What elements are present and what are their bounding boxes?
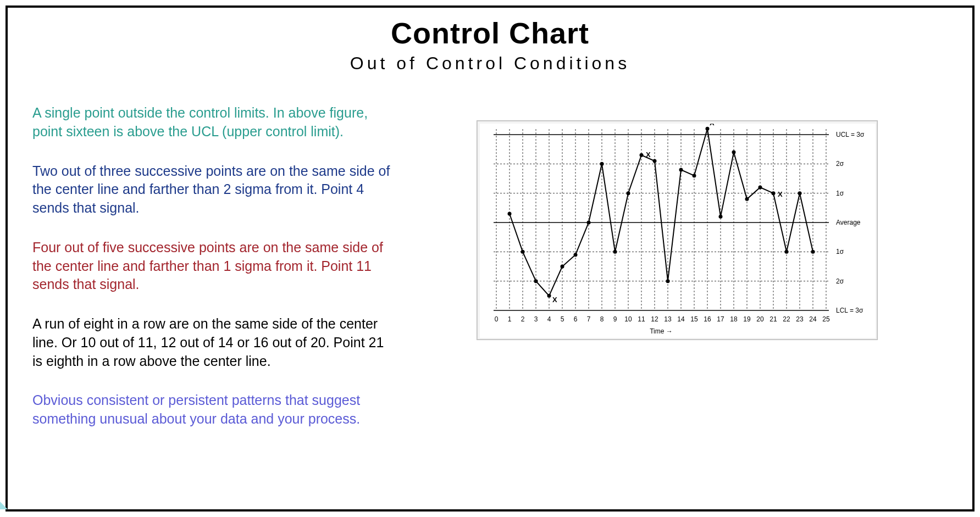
svg-point-91 — [798, 191, 801, 195]
svg-point-92 — [811, 250, 815, 254]
svg-point-87 — [745, 197, 749, 201]
svg-point-82 — [679, 168, 683, 172]
svg-text:18: 18 — [730, 315, 738, 323]
page-subtitle: Out of Control Conditions — [32, 53, 948, 74]
svg-point-78 — [626, 191, 630, 195]
svg-text:0: 0 — [494, 315, 498, 323]
svg-text:17: 17 — [717, 315, 724, 323]
svg-point-89 — [771, 191, 775, 195]
page-title: Control Chart — [32, 16, 948, 50]
svg-point-69 — [507, 212, 511, 216]
svg-point-75 — [586, 221, 590, 225]
svg-text:X: X — [778, 190, 783, 198]
svg-text:16: 16 — [704, 315, 711, 323]
svg-text:14: 14 — [677, 315, 685, 323]
svg-point-88 — [758, 186, 762, 190]
chart-frame: UCL = 3σ2σ1σAverage1σ2σLCL = 3σ012345678… — [477, 120, 878, 340]
svg-text:X: X — [710, 124, 715, 127]
slide-frame: Control Chart Out of Control Conditions … — [5, 5, 975, 512]
svg-point-80 — [652, 159, 656, 163]
svg-text:21: 21 — [769, 315, 777, 323]
svg-text:4: 4 — [547, 315, 551, 323]
svg-text:3: 3 — [534, 315, 538, 323]
rules-column: A single point outside the control limit… — [32, 104, 395, 429]
svg-text:1σ: 1σ — [836, 248, 844, 255]
svg-text:1: 1 — [507, 315, 511, 323]
control-chart-svg: UCL = 3σ2σ1σAverage1σ2σLCL = 3σ012345678… — [480, 124, 876, 338]
svg-point-83 — [692, 174, 696, 177]
svg-point-85 — [718, 215, 722, 219]
svg-text:LCL = 3σ: LCL = 3σ — [836, 307, 863, 314]
svg-point-90 — [784, 250, 788, 254]
svg-point-84 — [705, 127, 709, 131]
svg-point-72 — [547, 294, 551, 298]
control-chart: UCL = 3σ2σ1σAverage1σ2σLCL = 3σ012345678… — [480, 124, 874, 337]
svg-text:6: 6 — [573, 315, 577, 323]
decorative-corner — [0, 463, 8, 509]
svg-text:12: 12 — [651, 315, 658, 323]
svg-text:24: 24 — [809, 315, 817, 323]
svg-rect-0 — [480, 124, 876, 338]
rule-text: A single point outside the control limit… — [32, 104, 395, 141]
svg-text:19: 19 — [743, 315, 751, 323]
svg-text:15: 15 — [690, 315, 698, 323]
rule-text: A run of eight in a row are on the same … — [32, 315, 395, 370]
rule-text: Two out of three successive points are o… — [32, 162, 395, 218]
svg-text:8: 8 — [600, 315, 603, 323]
svg-text:25: 25 — [822, 315, 830, 323]
svg-text:2σ: 2σ — [836, 277, 844, 285]
svg-text:2σ: 2σ — [836, 160, 844, 168]
svg-text:23: 23 — [796, 315, 804, 323]
svg-text:9: 9 — [613, 315, 617, 323]
svg-text:20: 20 — [756, 315, 764, 323]
svg-text:2: 2 — [521, 315, 524, 323]
svg-text:22: 22 — [783, 315, 790, 323]
svg-point-79 — [639, 153, 643, 157]
content-area: A single point outside the control limit… — [32, 104, 948, 429]
svg-text:X: X — [552, 296, 557, 304]
svg-text:7: 7 — [586, 315, 590, 323]
svg-text:Time →: Time → — [650, 327, 673, 335]
svg-point-70 — [521, 250, 524, 254]
svg-text:1σ: 1σ — [836, 190, 844, 197]
svg-point-86 — [732, 151, 735, 154]
svg-text:13: 13 — [664, 315, 672, 323]
chart-column: UCL = 3σ2σ1σAverage1σ2σLCL = 3σ012345678… — [406, 104, 948, 340]
svg-text:11: 11 — [638, 315, 645, 323]
svg-text:Average: Average — [836, 219, 861, 226]
svg-point-71 — [534, 279, 538, 283]
svg-text:X: X — [646, 151, 651, 159]
svg-text:10: 10 — [624, 315, 632, 323]
rule-text: Four out of five successive points are o… — [32, 238, 395, 294]
svg-point-77 — [613, 250, 617, 254]
svg-point-73 — [560, 265, 564, 269]
rule-text: Obvious consistent or persistent pattern… — [32, 391, 395, 429]
svg-text:5: 5 — [560, 315, 564, 323]
svg-text:UCL = 3σ: UCL = 3σ — [836, 131, 865, 138]
svg-point-74 — [573, 253, 577, 257]
svg-point-76 — [600, 162, 603, 166]
svg-point-81 — [666, 279, 669, 283]
